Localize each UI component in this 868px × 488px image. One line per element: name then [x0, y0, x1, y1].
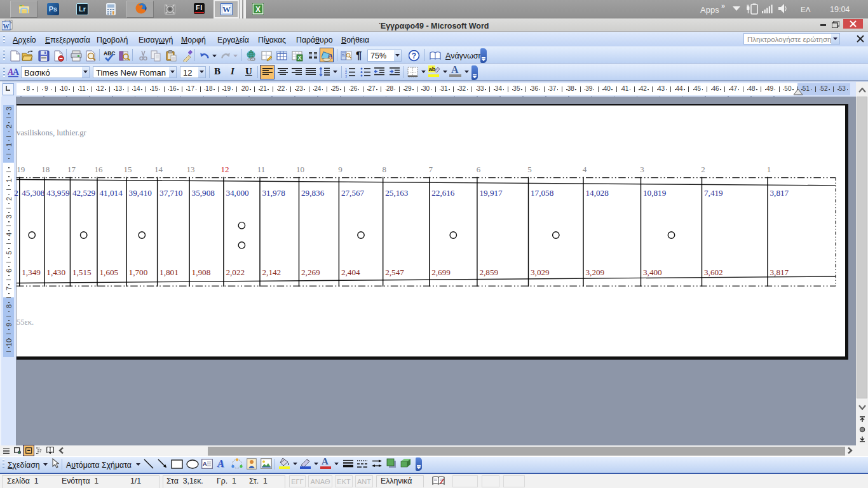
svg-text:29,836: 29,836 — [301, 188, 325, 198]
svg-text:3,817: 3,817 — [770, 268, 789, 277]
svg-text:25,163: 25,163 — [385, 188, 409, 198]
svg-text:19: 19 — [17, 165, 25, 174]
svg-text:2: 2 — [14, 188, 18, 198]
svg-text:6: 6 — [477, 165, 481, 174]
svg-text:4: 4 — [583, 165, 587, 174]
svg-text:2,022: 2,022 — [226, 268, 245, 277]
svg-text:1: 1 — [767, 165, 771, 174]
svg-text:14: 14 — [154, 165, 163, 174]
svg-text:7,419: 7,419 — [704, 188, 723, 198]
svg-text:35,908: 35,908 — [192, 188, 215, 198]
svg-text:15: 15 — [124, 165, 132, 174]
svg-text:A: A — [13, 67, 20, 77]
svg-text:12: 12 — [220, 165, 229, 174]
svg-text:2,142: 2,142 — [262, 268, 281, 277]
svg-text:2,699: 2,699 — [431, 268, 451, 277]
svg-text:1,700: 1,700 — [129, 268, 148, 277]
svg-text:37,710: 37,710 — [159, 188, 183, 198]
svg-text:X: X — [255, 5, 261, 14]
svg-text:W: W — [222, 4, 231, 14]
svg-text:43,959: 43,959 — [46, 188, 70, 198]
svg-text:2: 2 — [701, 165, 705, 174]
svg-text:9: 9 — [338, 165, 342, 174]
svg-text:13: 13 — [187, 165, 195, 174]
svg-text:A: A — [203, 461, 207, 467]
svg-text:1,515: 1,515 — [72, 268, 92, 277]
svg-text:2,859: 2,859 — [479, 268, 498, 277]
svg-text:2,404: 2,404 — [341, 268, 360, 277]
svg-text:31,978: 31,978 — [262, 188, 286, 198]
svg-text:34,000: 34,000 — [226, 188, 249, 198]
svg-text:10,819: 10,819 — [643, 188, 667, 198]
svg-text:1,349: 1,349 — [22, 268, 41, 277]
svg-text:17: 17 — [67, 165, 76, 174]
svg-text:45,308: 45,308 — [22, 188, 45, 198]
svg-text:5: 5 — [527, 165, 532, 174]
svg-text:17,058: 17,058 — [531, 188, 554, 198]
svg-text:8: 8 — [382, 165, 386, 174]
svg-text:1,430: 1,430 — [46, 268, 65, 277]
svg-text:3,029: 3,029 — [531, 268, 550, 277]
svg-text:18: 18 — [41, 165, 50, 174]
svg-text:3,209: 3,209 — [586, 268, 605, 277]
svg-text:27,567: 27,567 — [341, 188, 365, 198]
svg-text:16: 16 — [95, 165, 104, 174]
svg-text:3: 3 — [345, 74, 347, 78]
svg-text:X: X — [298, 55, 302, 61]
svg-text:1,605: 1,605 — [100, 268, 119, 277]
svg-text:3,602: 3,602 — [704, 268, 723, 277]
svg-text:1,908: 1,908 — [192, 268, 211, 277]
svg-text:22,616: 22,616 — [431, 188, 455, 198]
svg-text:39,410: 39,410 — [129, 188, 153, 198]
svg-text:10: 10 — [296, 165, 304, 174]
svg-text:7: 7 — [428, 165, 433, 174]
svg-text:3: 3 — [640, 165, 644, 174]
svg-text:2,269: 2,269 — [301, 268, 320, 277]
svg-text:11: 11 — [257, 165, 266, 174]
svg-text:1,801: 1,801 — [159, 268, 179, 277]
svg-text:19,917: 19,917 — [479, 188, 503, 198]
svg-text:3,817: 3,817 — [770, 188, 789, 198]
svg-text:2,547: 2,547 — [385, 268, 404, 277]
svg-text:?: ? — [412, 51, 416, 60]
svg-text:3,400: 3,400 — [643, 268, 662, 277]
svg-text:41,014: 41,014 — [100, 188, 123, 198]
svg-text:42,529: 42,529 — [72, 188, 96, 198]
svg-text:ABC: ABC — [104, 50, 115, 57]
svg-text:14,028: 14,028 — [586, 188, 609, 198]
